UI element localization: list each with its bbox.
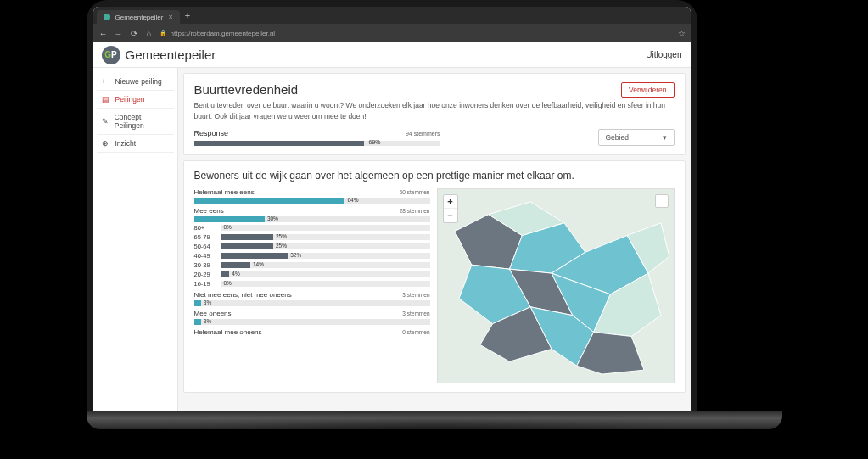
content-area: Buurttevredenheid Verwijderen Bent u tev…: [178, 68, 691, 411]
sidebar: + Nieuwe peiling ▤ Peilingen ✎ Concept P…: [93, 68, 178, 411]
dashboard-icon: ⊕: [102, 139, 110, 148]
age-row: 16-19 0%: [194, 280, 430, 288]
home-icon[interactable]: ⌂: [144, 29, 154, 38]
browser-toolbar: ← → ⟳ ⌂ 🔒 https://rotterdam.gemeentepeil…: [93, 24, 691, 42]
answer-count: 28 stemmen: [400, 208, 430, 214]
sidebar-item-label: Inzicht: [115, 139, 137, 148]
age-row: 50-64 25%: [194, 243, 430, 250]
logo: GP: [102, 46, 120, 64]
tab-favicon: [104, 14, 110, 20]
sidebar-item-label: Peilingen: [115, 95, 145, 104]
answer-row: Helemaal mee oneens 0 stemmen: [194, 328, 430, 336]
chevron-down-icon: ▾: [663, 133, 667, 142]
map-layers-button[interactable]: [655, 194, 669, 208]
close-icon[interactable]: ×: [168, 13, 172, 21]
delete-button[interactable]: Verwijderen: [621, 82, 674, 98]
sidebar-item-insight[interactable]: ⊕ Inzicht: [97, 135, 174, 153]
answer-count: 3 stemmen: [402, 292, 429, 298]
age-row: 40-49 32%: [194, 252, 430, 260]
poll-description: Bent u tevreden over de buurt waarin u w…: [194, 100, 675, 122]
age-row: 80+ 0%: [194, 224, 430, 232]
sidebar-item-label: Nieuwe peiling: [115, 77, 162, 86]
back-icon[interactable]: ←: [98, 29, 109, 38]
age-label: 16-19: [194, 280, 221, 288]
answer-pct: 3%: [204, 299, 211, 305]
response-pct: 69%: [369, 139, 381, 145]
answer-label: Niet mee eens, niet mee oneens: [194, 291, 292, 299]
region-select[interactable]: Gebied ▾: [598, 129, 675, 146]
region-select-value: Gebied: [606, 133, 629, 142]
answer-row: Mee oneens 3 stemmen 3%: [194, 310, 430, 325]
list-icon: ▤: [102, 95, 110, 104]
response-stemmers: 94 stemmers: [406, 131, 440, 137]
browser-tab[interactable]: Gemeentepeiler ×: [97, 10, 180, 24]
answer-row: Mee eens 28 stemmen 30% 80+ 0%: [194, 207, 430, 288]
answer-count: 60 stemmen: [400, 189, 430, 195]
answer-pct: 3%: [204, 318, 211, 324]
age-pct: 0%: [224, 280, 232, 286]
age-label: 30-39: [194, 261, 221, 269]
sidebar-item-concept-polls[interactable]: ✎ Concept Peilingen: [97, 109, 174, 135]
reload-icon[interactable]: ⟳: [129, 29, 139, 38]
age-pct: 0%: [224, 224, 232, 230]
sidebar-item-new-poll[interactable]: + Nieuwe peiling: [97, 73, 174, 91]
edit-icon: ✎: [102, 117, 109, 126]
plus-icon: +: [102, 77, 110, 86]
sidebar-item-label: Concept Peilingen: [115, 113, 169, 130]
question-card: Bewoners uit de wijk gaan over het algem…: [183, 160, 686, 393]
age-pct: 14%: [253, 261, 264, 267]
zoom-out-button[interactable]: −: [444, 209, 457, 222]
age-pct: 32%: [290, 252, 301, 258]
zoom-in-button[interactable]: +: [444, 195, 457, 209]
answer-count: 3 stemmen: [402, 311, 429, 316]
age-label: 40-49: [194, 252, 221, 260]
answer-pct: 30%: [267, 216, 278, 221]
answers-column: Helemaal mee eens 60 stemmen 64%: [194, 188, 430, 383]
answer-label: Mee eens: [194, 207, 224, 215]
answer-row: Niet mee eens, niet mee oneens 3 stemmen…: [194, 291, 430, 306]
response-progress: 69%: [194, 141, 440, 146]
age-pct: 4%: [232, 271, 239, 277]
age-pct: 25%: [276, 233, 287, 239]
map[interactable]: + −: [437, 188, 675, 383]
sidebar-item-polls[interactable]: ▤ Peilingen: [97, 91, 174, 109]
response-label: Response: [194, 129, 229, 137]
lock-icon: 🔒: [160, 30, 167, 36]
brand-name: Gemeentepeiler: [126, 48, 216, 62]
age-label: 80+: [194, 224, 221, 232]
answer-label: Helemaal mee eens: [194, 188, 255, 196]
poll-header-card: Buurttevredenheid Verwijderen Bent u tev…: [183, 73, 686, 155]
zoom-controls: + −: [443, 194, 458, 223]
url-text: https://rotterdam.gemeentepeiler.nl: [171, 30, 276, 37]
age-row: 20-29 4%: [194, 271, 430, 278]
page-title: Buurttevredenheid: [194, 82, 299, 97]
app-header: GP Gemeentepeiler Uitloggen: [93, 42, 691, 68]
logout-link[interactable]: Uitloggen: [646, 50, 681, 59]
age-label: 20-29: [194, 271, 221, 278]
age-label: 65-79: [194, 233, 221, 241]
bookmark-icon[interactable]: ☆: [678, 29, 686, 38]
tab-title: Gemeentepeiler: [115, 14, 164, 21]
age-label: 50-64: [194, 243, 221, 250]
answer-label: Helemaal mee oneens: [194, 328, 262, 336]
forward-icon[interactable]: →: [114, 29, 124, 38]
answer-row: Helemaal mee eens 60 stemmen 64%: [194, 188, 430, 204]
age-row: 30-39 14%: [194, 261, 430, 269]
browser-tab-bar: Gemeentepeiler × +: [93, 7, 691, 24]
url-field[interactable]: 🔒 https://rotterdam.gemeentepeiler.nl: [160, 30, 673, 37]
age-pct: 25%: [276, 243, 287, 249]
answer-label: Mee oneens: [194, 310, 232, 317]
question-title: Bewoners uit de wijk gaan over het algem…: [194, 170, 675, 182]
answer-count: 0 stemmen: [402, 329, 429, 335]
answer-pct: 64%: [347, 197, 358, 203]
age-row: 65-79 25%: [194, 233, 430, 241]
new-tab-button[interactable]: +: [180, 10, 195, 20]
